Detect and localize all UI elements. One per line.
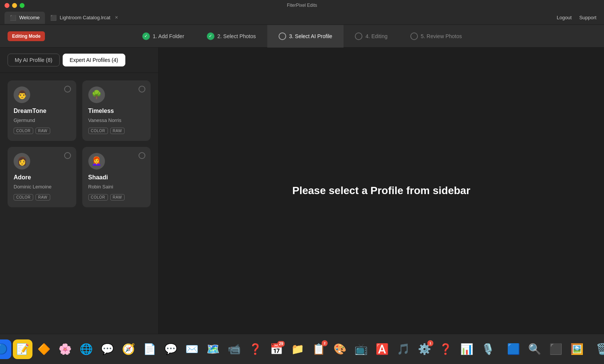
step-select-ai-profile-icon [279, 32, 286, 40]
main-layout: My AI Profile (8) Expert AI Profiles (4)… [0, 48, 604, 334]
step-review-photos-icon [410, 32, 418, 40]
dock-whatsapp[interactable]: 💬 [97, 339, 117, 359]
dock-folder[interactable]: 📁 [288, 339, 307, 359]
logout-button[interactable]: Logout [557, 15, 572, 20]
profile-card-adore[interactable]: 👩 Adore Dominic Lemoine COLOR RAW [8, 147, 76, 207]
profile-card-timeless[interactable]: 🌳 Timeless Vanessa Norris COLOR RAW [82, 80, 151, 141]
dock-notes[interactable]: 📝 [13, 339, 32, 359]
profile-avatar-dreamtone: 👨 [14, 86, 30, 103]
dock-music[interactable]: 🎵 [393, 339, 413, 359]
close-button[interactable] [5, 3, 9, 8]
app-title: FiterPixel Edits [287, 3, 317, 8]
profile-tag-color-shaadi: COLOR [88, 194, 108, 201]
profile-tag-color-dreamtone: COLOR [14, 128, 33, 134]
tab-welcome-label: Welcome [19, 15, 40, 20]
step-select-ai-profile[interactable]: 3. Select AI Profile [267, 25, 344, 48]
sidebar-tabs: My AI Profile (8) Expert AI Profiles (4) [0, 48, 158, 73]
profile-name-timeless: Timeless [88, 108, 145, 114]
profile-tags-timeless: COLOR RAW [88, 128, 145, 134]
step-select-ai-profile-label: 3. Select AI Profile [289, 33, 332, 39]
dock-help2[interactable]: ❓ [436, 339, 455, 359]
dock-appstore[interactable]: 🅰️ [372, 339, 392, 359]
titlebar: FiterPixel Edits [0, 0, 604, 11]
step-select-photos-icon: ✓ [207, 32, 214, 40]
dock-reminders[interactable]: 📋 2 [309, 339, 328, 359]
dock-proxyman[interactable]: 🔍 [525, 339, 544, 359]
dock-pages[interactable]: 📄 [140, 339, 159, 359]
profile-card-dreamtone[interactable]: 👨 DreamTone Gjermund COLOR RAW [8, 80, 76, 141]
profile-avatar-timeless: 🌳 [88, 86, 105, 103]
tab-catalog-close[interactable]: ✕ [115, 15, 118, 20]
dock-help[interactable]: ❓ [245, 339, 265, 359]
profile-tag-raw-shaadi: RAW [110, 194, 125, 201]
dock-chrome[interactable]: 🌐 [76, 339, 96, 359]
profile-radio-timeless[interactable] [139, 86, 145, 93]
profile-name-dreamtone: DreamTone [14, 108, 70, 114]
profile-tags-shaadi: COLOR RAW [88, 194, 145, 201]
profile-author-shaadi: Robin Saini [88, 184, 145, 190]
step-select-photos-label: 2. Select Photos [217, 33, 256, 39]
dock-safari[interactable]: 🧭 [119, 339, 138, 359]
step-editing-icon [355, 32, 362, 40]
tab-catalog[interactable]: ⬛ Lightroom Catalog.lrcat ✕ [45, 12, 123, 24]
tab-welcome[interactable]: ⬛ Welcome [5, 12, 45, 24]
dock-filterpixel[interactable]: ⬛ [546, 339, 565, 359]
minimize-button[interactable] [12, 3, 17, 8]
dock-photos[interactable]: 🌸 [55, 339, 75, 359]
profile-name-adore: Adore [14, 174, 70, 181]
dock-finder[interactable]: 🔵 [0, 339, 11, 359]
editing-mode-button[interactable]: Editing Mode [8, 31, 45, 41]
dock-appletv[interactable]: 📺 [351, 339, 371, 359]
dock-mail[interactable]: ✉️ [182, 339, 202, 359]
dock-facetime[interactable]: 📹 [224, 339, 244, 359]
profile-tag-color-timeless: COLOR [88, 128, 108, 134]
step-add-folder-label: 1. Add Folder [153, 33, 184, 39]
step-review-photos-label: 5. Review Photos [421, 33, 462, 39]
profile-tags-adore: COLOR RAW [14, 194, 70, 201]
profile-avatar-shaadi: 👩‍🦰 [88, 153, 105, 170]
tabbar-actions: Logout Support [557, 15, 596, 20]
profile-name-shaadi: Shaadi [88, 174, 145, 181]
dock: 🔵 📝 🔶 🌸 🌐 💬 🧭 📄 💬 ✉️ 🗺️ 📹 ❓ 29 📅 📁 📋 2 🎨… [0, 334, 604, 364]
profile-radio-adore[interactable] [64, 152, 71, 159]
profile-author-dreamtone: Gjermund [14, 117, 70, 123]
profiles-grid: 👨 DreamTone Gjermund COLOR RAW 🌳 Timeles… [0, 73, 158, 215]
tabbar: ⬛ Welcome ⬛ Lightroom Catalog.lrcat ✕ Lo… [0, 11, 604, 25]
sidebar-tab-my-ai-profile[interactable]: My AI Profile (8) [8, 54, 60, 66]
step-editing[interactable]: 4. Editing [344, 25, 399, 48]
dock-launchpad[interactable]: 🔶 [34, 339, 54, 359]
tab-welcome-icon: ⬛ [10, 15, 16, 21]
dock-preview[interactable]: 🖼️ [567, 339, 587, 359]
profile-radio-shaadi[interactable] [139, 152, 145, 159]
step-select-photos[interactable]: ✓ 2. Select Photos [196, 25, 267, 48]
traffic-lights [5, 3, 25, 8]
step-add-folder-icon: ✓ [142, 32, 150, 40]
profile-tag-raw-dreamtone: RAW [35, 128, 50, 134]
dock-calendar[interactable]: 29 📅 [267, 339, 286, 359]
profile-tag-raw-timeless: RAW [110, 128, 125, 134]
step-review-photos[interactable]: 5. Review Photos [399, 25, 473, 48]
dock-freeform[interactable]: 🎨 [330, 339, 350, 359]
dock-podcasts[interactable]: 🎙️ [478, 339, 498, 359]
profile-tags-dreamtone: COLOR RAW [14, 128, 70, 134]
stepbar: Editing Mode ✓ 1. Add Folder ✓ 2. Select… [0, 25, 604, 48]
dock-trash[interactable]: 🗑️ [593, 339, 604, 359]
tab-catalog-icon: ⬛ [50, 15, 57, 21]
support-button[interactable]: Support [579, 15, 596, 20]
dock-settings[interactable]: ⚙️ 1 [414, 339, 434, 359]
steps: ✓ 1. Add Folder ✓ 2. Select Photos 3. Se… [131, 25, 473, 48]
step-editing-label: 4. Editing [365, 33, 387, 39]
dock-numbers[interactable]: 📊 [457, 339, 476, 359]
profile-radio-dreamtone[interactable] [64, 86, 71, 93]
profile-avatar-adore: 👩 [14, 153, 30, 170]
dock-maps[interactable]: 🗺️ [203, 339, 223, 359]
profile-card-shaadi[interactable]: 👩‍🦰 Shaadi Robin Saini COLOR RAW [82, 147, 151, 207]
sidebar-tab-expert-ai-profiles[interactable]: Expert AI Profiles (4) [63, 54, 125, 66]
dock-reminders-badge: 2 [322, 340, 328, 346]
step-add-folder[interactable]: ✓ 1. Add Folder [131, 25, 196, 48]
sidebar: My AI Profile (8) Expert AI Profiles (4)… [0, 48, 159, 334]
dock-lightroom[interactable]: 🟦 [504, 339, 523, 359]
maximize-button[interactable] [20, 3, 25, 8]
dock-settings-badge: 1 [427, 340, 433, 346]
dock-messages[interactable]: 💬 [161, 339, 180, 359]
